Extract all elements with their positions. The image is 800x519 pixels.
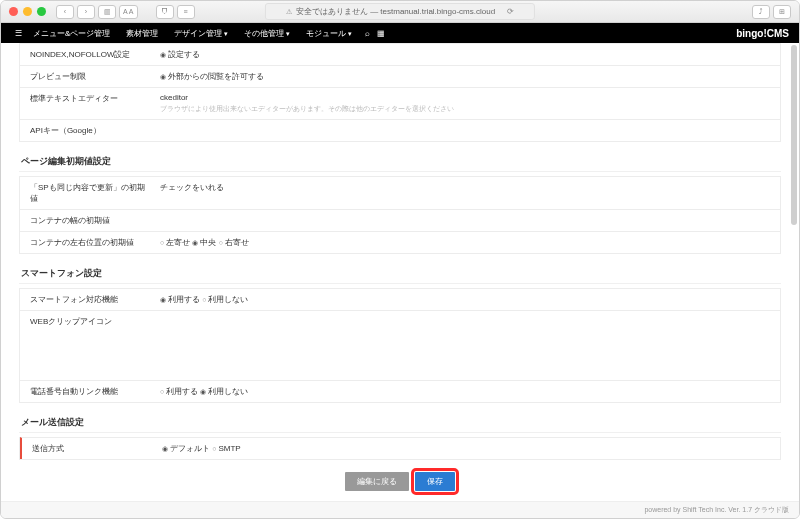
label: コンテナの左右位置の初期値 xyxy=(20,237,160,248)
scrollbar[interactable] xyxy=(791,45,797,225)
row-container-align: コンテナの左右位置の初期値 左寄せ 中央 右寄せ xyxy=(20,231,780,253)
shield-icon[interactable]: ⛉ xyxy=(156,5,174,19)
sidebar-button[interactable]: ▥ xyxy=(98,5,116,19)
row-apikey: APIキー（Google） xyxy=(20,119,780,141)
label: 送信方式 xyxy=(22,443,162,454)
row-webclip: WEBクリップアイコン xyxy=(20,310,780,380)
address-bar[interactable]: ⚠ 安全ではありません — testmanual.trial.bingo-cms… xyxy=(265,3,535,20)
save-button[interactable]: 保存 xyxy=(415,472,455,491)
settings-group-4: 送信方式 デフォルト SMTP xyxy=(19,437,781,460)
back-to-edit-button[interactable]: 編集に戻る xyxy=(345,472,409,491)
label: スマートフォン対応機能 xyxy=(20,294,160,305)
nav-buttons-2: ⛉ ≡ xyxy=(156,5,195,19)
content-area: NOINDEX,NOFOLLOW設定 設定する プレビュー制限 外部からの閲覧を… xyxy=(1,43,799,501)
traffic-lights xyxy=(9,7,46,16)
nav-other[interactable]: その他管理 xyxy=(236,28,298,39)
minimize-icon[interactable] xyxy=(23,7,32,16)
radio-noindex-on[interactable]: 設定する xyxy=(160,50,200,59)
radio-tel-on[interactable]: 利用する xyxy=(160,387,198,396)
back-button[interactable]: ‹ xyxy=(56,5,74,19)
settings-group-1: NOINDEX,NOFOLLOW設定 設定する プレビュー制限 外部からの閲覧を… xyxy=(19,43,781,142)
radio-mail-default[interactable]: デフォルト xyxy=(162,444,210,453)
nav-module[interactable]: モジュール xyxy=(298,28,360,39)
titlebar: ‹ › ▥ A A ⛉ ≡ ⚠ 安全ではありません — testmanual.t… xyxy=(1,1,799,23)
nav-buttons: ‹ › ▥ A A xyxy=(56,5,138,19)
radio-align-center[interactable]: 中央 xyxy=(192,238,216,247)
label: コンテナの幅の初期値 xyxy=(20,215,160,226)
editor-value: ckeditor xyxy=(160,93,770,102)
button-bar: 編集に戻る 保存 xyxy=(19,460,781,501)
close-icon[interactable] xyxy=(9,7,18,16)
nav-design[interactable]: デザイン管理 xyxy=(166,28,236,39)
row-preview: プレビュー制限 外部からの閲覧を許可する xyxy=(20,65,780,87)
label: 電話番号自動リンク機能 xyxy=(20,386,160,397)
reader-button[interactable]: ≡ xyxy=(177,5,195,19)
section-page-defaults: ページ編集初期値設定 xyxy=(19,152,781,172)
section-smartphone: スマートフォン設定 xyxy=(19,264,781,284)
row-sp-default: 「SPも同じ内容で更新」の初期値 チェックをいれる xyxy=(20,176,780,209)
text-size-button[interactable]: A A xyxy=(119,5,138,19)
radio-preview-allow[interactable]: 外部からの閲覧を許可する xyxy=(160,72,264,81)
radio-align-left[interactable]: 左寄せ xyxy=(160,238,190,247)
app-navbar: ☰ メニュー&ページ管理 素材管理 デザイン管理 その他管理 モジュール ⌕ ▦… xyxy=(1,23,799,43)
reload-icon[interactable]: ⟳ xyxy=(507,7,514,16)
lock-icon: ⚠ xyxy=(286,8,292,16)
forward-button[interactable]: › xyxy=(77,5,95,19)
hamburger-icon[interactable]: ☰ xyxy=(11,29,25,38)
browser-window: ‹ › ▥ A A ⛉ ≡ ⚠ 安全ではありません — testmanual.t… xyxy=(0,0,800,519)
section-mail: メール送信設定 xyxy=(19,413,781,433)
settings-group-3: スマートフォン対応機能 利用する 利用しない WEBクリップアイコン 電話番号自… xyxy=(19,288,781,403)
radio-sp-off[interactable]: 利用しない xyxy=(202,295,248,304)
row-container-width: コンテナの幅の初期値 xyxy=(20,209,780,231)
label: APIキー（Google） xyxy=(20,125,160,136)
radio-tel-off[interactable]: 利用しない xyxy=(200,387,248,396)
row-noindex: NOINDEX,NOFOLLOW設定 設定する xyxy=(20,43,780,65)
row-editor: 標準テキストエディター ckeditor ブラウザにより使用出来ないエディターが… xyxy=(20,87,780,119)
label: WEBクリップアイコン xyxy=(20,316,160,327)
zoom-icon[interactable] xyxy=(37,7,46,16)
nav-materials[interactable]: 素材管理 xyxy=(118,28,166,39)
label: プレビュー制限 xyxy=(20,71,160,82)
label: NOINDEX,NOFOLLOW設定 xyxy=(20,49,160,60)
settings-group-2: 「SPも同じ内容で更新」の初期値 チェックをいれる コンテナの幅の初期値 コンテ… xyxy=(19,176,781,254)
address-text: 安全ではありません — testmanual.trial.bingo-cms.c… xyxy=(296,6,495,17)
row-sp-support: スマートフォン対応機能 利用する 利用しない xyxy=(20,288,780,310)
footer: powered by Shift Tech Inc. Ver. 1.7 クラウド… xyxy=(1,501,799,518)
label: 標準テキストエディター xyxy=(20,93,160,104)
radio-align-right[interactable]: 右寄せ xyxy=(219,238,249,247)
search-icon[interactable]: ⌕ xyxy=(360,29,374,38)
row-tel-link: 電話番号自動リンク機能 利用する 利用しない xyxy=(20,380,780,402)
radio-sp-on[interactable]: 利用する xyxy=(160,295,200,304)
nav-menu-pages[interactable]: メニュー&ページ管理 xyxy=(25,28,118,39)
share-button[interactable]: ⤴ xyxy=(752,5,770,19)
radio-mail-smtp[interactable]: SMTP xyxy=(212,444,240,453)
row-mail-method: 送信方式 デフォルト SMTP xyxy=(20,437,780,459)
label: 「SPも同じ内容で更新」の初期値 xyxy=(20,182,160,204)
tabs-button[interactable]: ⊞ xyxy=(773,5,791,19)
app-logo: bingo!CMS xyxy=(736,28,789,39)
editor-note: ブラウザにより使用出来ないエディターがあります。その際は他のエディターを選択くだ… xyxy=(160,104,770,114)
grid-icon[interactable]: ▦ xyxy=(374,29,388,38)
value: チェックをいれる xyxy=(160,182,780,193)
right-buttons: ⤴ ⊞ xyxy=(752,5,791,19)
